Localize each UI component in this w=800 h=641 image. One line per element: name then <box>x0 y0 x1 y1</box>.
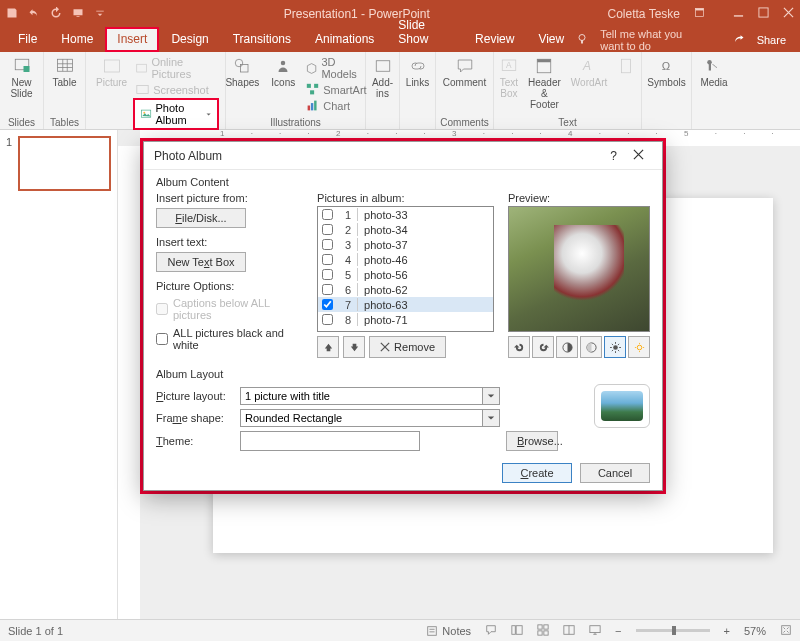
normal-view-icon[interactable] <box>511 624 523 638</box>
3d-models-button[interactable]: 3D Models <box>303 55 369 81</box>
bw-checkbox[interactable]: ALL pictures black and white <box>156 326 303 352</box>
comment-button[interactable]: Comment <box>439 55 490 90</box>
user-name[interactable]: Coletta Teske <box>608 7 681 21</box>
shapes-button[interactable]: Shapes <box>221 55 263 113</box>
cancel-button[interactable]: Cancel <box>580 463 650 483</box>
sorter-view-icon[interactable] <box>537 624 549 638</box>
pictures-button[interactable]: Picture <box>92 55 131 130</box>
zoom-out-button[interactable]: − <box>615 625 621 637</box>
ribbon-options-icon[interactable] <box>694 7 705 21</box>
rotate-left-button[interactable] <box>508 336 530 358</box>
list-item[interactable]: 6photo-62 <box>318 282 493 297</box>
dialog-close-button[interactable] <box>625 145 652 167</box>
photo-album-button[interactable]: Photo Album <box>133 98 219 130</box>
tab-review[interactable]: Review <box>463 27 526 52</box>
share-icon <box>733 33 745 47</box>
tab-animations[interactable]: Animations <box>303 27 386 52</box>
brightness-up-button[interactable] <box>604 336 626 358</box>
tab-home[interactable]: Home <box>49 27 105 52</box>
rotate-right-button[interactable] <box>532 336 554 358</box>
minimize-icon[interactable] <box>733 7 744 21</box>
tab-slideshow[interactable]: Slide Show <box>386 13 463 52</box>
list-item[interactable]: 2photo-34 <box>318 222 493 237</box>
links-button[interactable]: Links <box>402 55 433 90</box>
slideshow-view-icon[interactable] <box>589 624 601 638</box>
picture-layout-dropdown[interactable] <box>240 387 500 405</box>
tab-design[interactable]: Design <box>159 27 220 52</box>
ribbon-tabs: File Home Insert Design Transitions Anim… <box>0 28 800 52</box>
tab-file[interactable]: File <box>6 27 49 52</box>
preview-image <box>508 206 650 332</box>
undo-icon[interactable] <box>28 7 40 21</box>
remove-button[interactable]: Remove <box>369 336 446 358</box>
maximize-icon[interactable] <box>758 7 769 21</box>
browse-button[interactable]: Browse... <box>506 431 558 451</box>
qat-chevron-icon[interactable] <box>94 7 106 21</box>
tab-insert[interactable]: Insert <box>105 27 159 52</box>
move-up-button[interactable] <box>317 336 339 358</box>
tab-view[interactable]: View <box>526 27 576 52</box>
zoom-level[interactable]: 57% <box>744 625 766 637</box>
zoom-in-button[interactable]: + <box>724 625 730 637</box>
dialog-titlebar: Photo Album ? <box>144 142 662 170</box>
new-slide-button[interactable]: New Slide <box>6 55 36 101</box>
text-more-icon[interactable] <box>613 55 639 112</box>
comments-icon[interactable] <box>485 624 497 638</box>
picture-layout-label: Picture layout: <box>156 390 234 402</box>
tell-me-input[interactable]: Tell me what you want to do <box>600 28 706 52</box>
file-disk-button[interactable]: File/Disk... <box>156 208 246 228</box>
chart-button[interactable]: Chart <box>303 98 369 113</box>
brightness-down-button[interactable] <box>628 336 650 358</box>
save-icon[interactable] <box>6 7 18 21</box>
list-item[interactable]: 1photo-33 <box>318 207 493 222</box>
move-down-button[interactable] <box>343 336 365 358</box>
thumbnail-pane[interactable]: 1 <box>0 130 118 619</box>
theme-input[interactable] <box>240 431 420 451</box>
list-item[interactable]: 4photo-46 <box>318 252 493 267</box>
header-footer-button[interactable]: Header & Footer <box>524 55 565 112</box>
svg-rect-26 <box>314 101 316 111</box>
textbox-button[interactable]: AText Box <box>496 55 522 112</box>
list-item[interactable]: 3photo-37 <box>318 237 493 252</box>
svg-rect-14 <box>137 64 147 72</box>
svg-rect-47 <box>544 624 548 628</box>
dialog-help-button[interactable]: ? <box>602 145 625 167</box>
svg-rect-35 <box>709 64 711 71</box>
start-icon[interactable] <box>72 7 84 21</box>
svg-point-18 <box>236 59 244 67</box>
svg-rect-44 <box>512 625 515 634</box>
create-button[interactable]: Create <box>502 463 572 483</box>
online-pictures-button[interactable]: Online Pictures <box>133 55 219 81</box>
svg-rect-46 <box>538 624 542 628</box>
close-icon[interactable] <box>783 7 794 21</box>
fit-window-icon[interactable] <box>780 624 792 638</box>
redo-icon[interactable] <box>50 7 62 21</box>
slide-thumbnail[interactable]: 1 <box>6 136 111 191</box>
screenshot-button[interactable]: Screenshot <box>133 82 219 97</box>
icons-button[interactable]: Icons <box>267 55 299 113</box>
thumb-preview[interactable] <box>18 136 111 191</box>
table-button[interactable]: Table <box>49 55 81 90</box>
list-item[interactable]: 8photo-71 <box>318 312 493 327</box>
smartart-button[interactable]: SmartArt <box>303 82 369 97</box>
album-pictures-list[interactable]: 1photo-33 2photo-34 3photo-37 4photo-46 … <box>317 206 494 332</box>
status-bar: Slide 1 of 1 Notes − + 57% <box>0 619 800 641</box>
list-item[interactable]: 5photo-56 <box>318 267 493 282</box>
share-button[interactable]: Share <box>757 34 786 46</box>
captions-checkbox[interactable]: Captions below ALL pictures <box>156 296 303 322</box>
tab-transitions[interactable]: Transitions <box>221 27 303 52</box>
list-item[interactable]: 7photo-63 <box>318 297 493 312</box>
svg-rect-27 <box>376 61 390 72</box>
new-text-box-button[interactable]: New Text Box <box>156 252 246 272</box>
media-button[interactable]: Media <box>696 55 731 90</box>
wordart-button[interactable]: AWordArt <box>567 55 612 112</box>
svg-rect-49 <box>544 630 548 634</box>
addins-button[interactable]: Add- ins <box>368 55 397 101</box>
notes-button[interactable]: Notes <box>426 625 471 637</box>
contrast-up-button[interactable] <box>556 336 578 358</box>
zoom-slider[interactable] <box>636 629 710 632</box>
reading-view-icon[interactable] <box>563 624 575 638</box>
contrast-down-button[interactable] <box>580 336 602 358</box>
symbols-button[interactable]: ΩSymbols <box>643 55 689 90</box>
frame-shape-dropdown[interactable] <box>240 409 500 427</box>
